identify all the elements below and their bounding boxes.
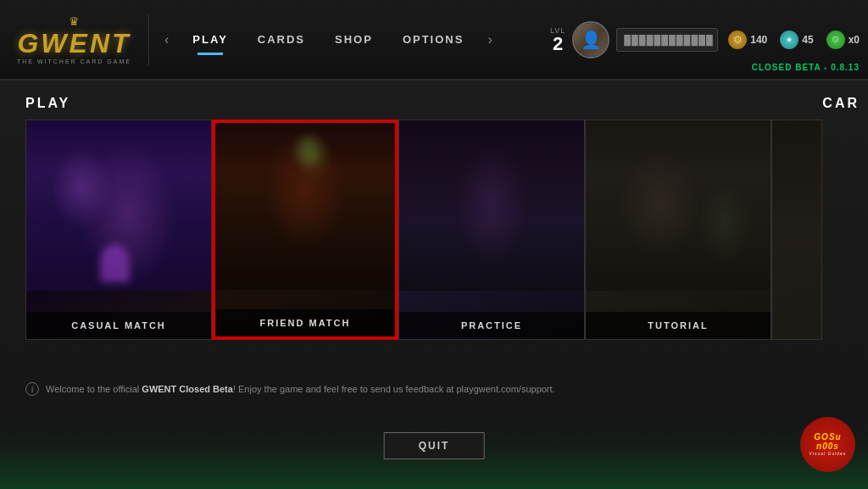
ore-value: 140 bbox=[750, 34, 767, 46]
quit-btn-container: QUIT bbox=[384, 432, 485, 459]
friend-label: FRIEND MATCH bbox=[215, 309, 395, 336]
logo-crown-icon: ♛ bbox=[69, 14, 80, 28]
info-suffix: ! Enjoy the game and feel free to send u… bbox=[233, 384, 457, 394]
scraps-value: 45 bbox=[802, 34, 813, 46]
casual-artwork bbox=[26, 120, 211, 291]
nav-prev-arrow[interactable]: ‹ bbox=[158, 28, 175, 52]
quit-button[interactable]: QUIT bbox=[384, 432, 485, 459]
tutorial-artwork bbox=[586, 120, 771, 291]
player-level: 2 bbox=[553, 35, 563, 53]
practice-art-image bbox=[399, 120, 584, 291]
friend-art-image bbox=[215, 123, 395, 290]
logo-subtitle: THE WITCHER CARD GAME bbox=[17, 58, 131, 64]
info-icon: i bbox=[25, 382, 39, 396]
casual-art-image bbox=[26, 120, 211, 291]
tutorial-label: TUTORIAL bbox=[586, 312, 771, 339]
game-mode-friend[interactable]: FRIEND MATCH bbox=[212, 119, 398, 340]
ore-icon: ⬡ bbox=[728, 31, 747, 49]
info-end: . bbox=[553, 384, 555, 394]
practice-label: PRACTICE bbox=[399, 312, 584, 339]
watermark-line1: GOSu bbox=[814, 432, 841, 442]
nav-item-options[interactable]: OPTIONS bbox=[390, 26, 477, 53]
game-mode-tutorial[interactable]: TUTORIAL bbox=[585, 119, 771, 340]
casual-label: CASUAL MATCH bbox=[26, 312, 211, 339]
nav-items: ‹ PLAY CARDS SHOP OPTIONS › bbox=[158, 26, 550, 53]
logo-name: GWENT bbox=[17, 30, 131, 57]
kegs-value: x0 bbox=[849, 34, 860, 46]
logo: ♛ GWENT THE WITCHER CARD GAME bbox=[8, 2, 140, 78]
avatar-image: 👤 bbox=[574, 23, 608, 57]
ore-currency: ⬡ 140 bbox=[728, 31, 767, 49]
partial-card bbox=[771, 119, 822, 340]
scraps-currency: ◈ 45 bbox=[780, 31, 813, 49]
game-mode-practice[interactable]: PRACTICE bbox=[398, 119, 585, 340]
nav-right: LVL 2 👤 ████████████ ⬡ 140 ◈ 45 ⬡ x0 bbox=[550, 21, 860, 58]
game-mode-casual[interactable]: CASUAL MATCH bbox=[25, 119, 212, 340]
friend-artwork bbox=[215, 123, 395, 290]
scraps-icon: ◈ bbox=[780, 31, 798, 49]
nav-item-shop[interactable]: SHOP bbox=[322, 26, 386, 53]
nav-item-play[interactable]: PLAY bbox=[180, 26, 240, 53]
info-text: Welcome to the official GWENT Closed Bet… bbox=[46, 384, 555, 394]
nav-item-cards[interactable]: CARDS bbox=[245, 26, 318, 53]
cards-grid: CASUAL MATCH FRIEND MATCH PRACTICE TUTOR… bbox=[0, 119, 868, 357]
navbar: ♛ GWENT THE WITCHER CARD GAME ‹ PLAY CAR… bbox=[0, 0, 868, 81]
watermark-line2: n00s bbox=[816, 442, 839, 451]
tutorial-art-image bbox=[586, 120, 771, 291]
beta-badge: CLOSED BETA - 0.8.13 bbox=[752, 63, 860, 72]
kegs-icon: ⬡ bbox=[826, 31, 845, 49]
player-info: LVL 2 👤 ████████████ bbox=[550, 21, 718, 58]
avatar[interactable]: 👤 bbox=[572, 21, 609, 58]
player-name-bar: ████████████ bbox=[616, 28, 718, 52]
nav-next-arrow[interactable]: › bbox=[481, 28, 498, 52]
main-content: PLAY CASUAL MATCH FRIEND MATCH PRACTICE bbox=[0, 81, 868, 489]
watermark: GOSu n00s Visual Guides bbox=[800, 417, 855, 472]
player-name: ████████████ bbox=[624, 35, 714, 45]
info-url: playgwent.com/support bbox=[456, 384, 552, 394]
info-prefix: Welcome to the official bbox=[46, 384, 142, 394]
partial-card-art bbox=[772, 120, 821, 339]
info-bar: i Welcome to the official GWENT Closed B… bbox=[0, 374, 868, 404]
info-brand: GWENT Closed Beta bbox=[142, 384, 233, 394]
nav-divider bbox=[148, 14, 149, 65]
partial-section-title: CAR bbox=[822, 96, 860, 111]
watermark-subtitle: Visual Guides bbox=[810, 451, 847, 457]
practice-artwork bbox=[399, 120, 584, 291]
currency-items: ⬡ 140 ◈ 45 ⬡ x0 bbox=[728, 31, 860, 49]
section-title: PLAY bbox=[0, 81, 868, 119]
kegs-currency: ⬡ x0 bbox=[826, 31, 860, 49]
level-badge: LVL 2 bbox=[550, 26, 565, 53]
